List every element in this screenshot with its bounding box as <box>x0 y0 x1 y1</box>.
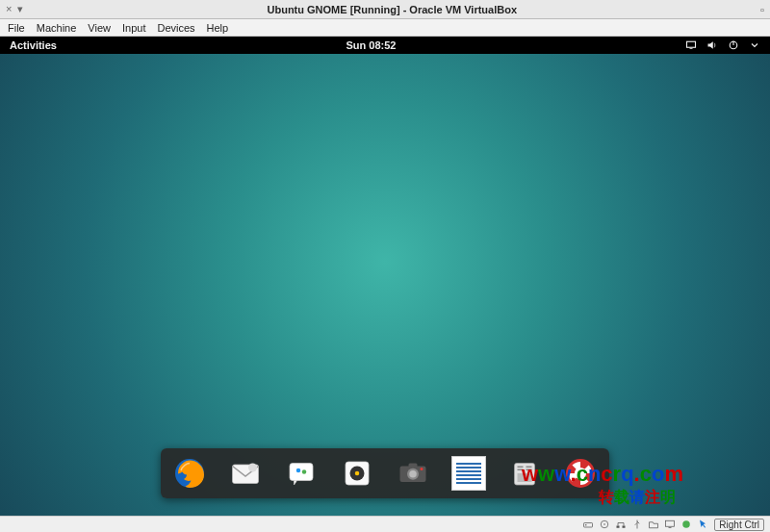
host-menubar: File Machine View Input Devices Help <box>0 19 770 37</box>
svg-point-28 <box>604 523 606 525</box>
menu-input[interactable]: Input <box>122 22 145 34</box>
vm-viewport: Activities Sun 08:52 <box>0 37 770 516</box>
network-indicator-icon[interactable] <box>614 518 628 531</box>
power-icon[interactable] <box>728 39 739 51</box>
usb-indicator-icon[interactable] <box>630 518 644 531</box>
watermark-url: www.cncrq.com <box>522 462 683 487</box>
svg-rect-25 <box>584 523 593 528</box>
svg-rect-31 <box>666 520 675 526</box>
screen-icon[interactable] <box>685 39 697 51</box>
menu-file[interactable]: File <box>8 22 25 34</box>
svg-point-16 <box>409 470 417 478</box>
svg-rect-0 <box>687 41 696 47</box>
activities-button[interactable]: Activities <box>10 39 57 51</box>
svg-rect-7 <box>290 464 313 481</box>
menu-help[interactable]: Help <box>207 22 229 34</box>
gnome-topbar: Activities Sun 08:52 <box>0 37 770 54</box>
dock-libreoffice-writer[interactable] <box>449 454 488 493</box>
menu-view[interactable]: View <box>88 22 111 34</box>
close-icon[interactable]: × <box>6 3 12 15</box>
host-statusbar: Right Ctrl <box>0 516 770 532</box>
svg-point-8 <box>296 469 301 473</box>
svg-rect-30 <box>623 526 626 528</box>
svg-point-17 <box>421 468 424 470</box>
menu-machine[interactable]: Machine <box>37 22 77 34</box>
svg-point-26 <box>585 524 587 526</box>
svg-rect-1 <box>690 48 693 49</box>
desktop-wallpaper[interactable]: www.cncrq.com 转载请注明 <box>0 54 770 516</box>
svg-point-9 <box>302 469 307 474</box>
dock-shotwell-photos[interactable] <box>394 454 432 493</box>
dock-evolution-mail[interactable] <box>226 454 265 493</box>
svg-rect-29 <box>617 526 620 528</box>
clock-label[interactable]: Sun 08:52 <box>57 39 685 51</box>
mouse-integration-icon[interactable] <box>696 518 709 531</box>
svg-point-12 <box>355 471 360 476</box>
svg-rect-14 <box>409 464 418 469</box>
chevron-down-icon[interactable] <box>749 39 760 51</box>
dock-firefox[interactable] <box>170 454 209 493</box>
svg-point-33 <box>683 520 691 528</box>
hdd-indicator-icon[interactable] <box>581 518 595 531</box>
dock-empathy-chat[interactable] <box>282 454 321 493</box>
window-title: Ubuntu GNOME [Running] - Oracle VM Virtu… <box>23 4 760 15</box>
host-key-label[interactable]: Right Ctrl <box>714 519 764 531</box>
shared-folder-indicator-icon[interactable] <box>647 518 660 531</box>
display-indicator-icon[interactable] <box>663 518 677 531</box>
volume-icon[interactable] <box>706 39 718 51</box>
svg-point-6 <box>248 464 257 472</box>
recording-indicator-icon[interactable] <box>680 518 693 531</box>
svg-rect-32 <box>669 527 672 528</box>
watermark-note: 转载请注明 <box>599 488 676 508</box>
dock-rhythmbox-music[interactable] <box>338 454 376 493</box>
maximize-icon[interactable]: ▫ <box>760 4 764 15</box>
optical-indicator-icon[interactable] <box>598 518 611 531</box>
menu-devices[interactable]: Devices <box>157 22 194 34</box>
host-window-titlebar: × ▾ Ubuntu GNOME [Running] - Oracle VM V… <box>0 0 770 19</box>
